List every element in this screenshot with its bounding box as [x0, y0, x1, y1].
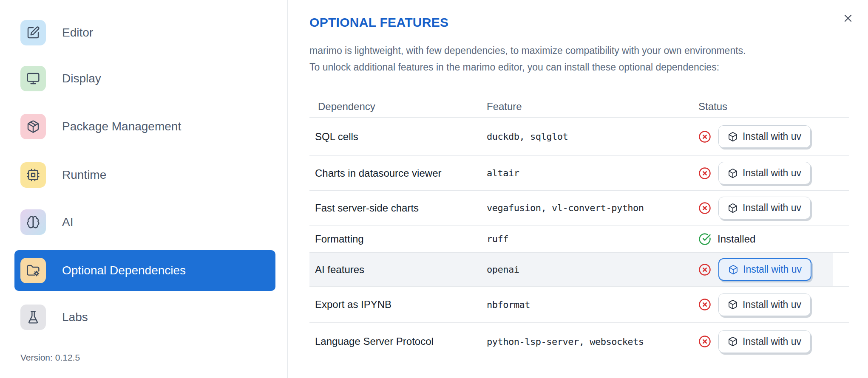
sidebar-item-package-management[interactable]: Package Management: [20, 114, 181, 139]
table-row: Export as IPYNB nbformat: [309, 287, 849, 323]
sidebar-item-label: Editor: [62, 26, 93, 39]
feature-cell: openai: [482, 264, 694, 275]
feature-cell: ruff: [482, 234, 694, 244]
sidebar-item-editor[interactable]: Editor: [20, 20, 93, 45]
status-missing-icon: [698, 202, 711, 214]
sidebar-item-labs[interactable]: Labs: [20, 305, 88, 330]
dependencies-table: Dependency Feature Status SQL cells duck…: [309, 96, 849, 360]
status-cell: Installed: [694, 233, 849, 245]
dependency-cell: Language Server Protocol: [309, 336, 482, 347]
dependency-cell: SQL cells: [309, 131, 482, 143]
feature-cell: duckdb, sqlglot: [482, 131, 694, 142]
sidebar-item-display[interactable]: Display: [20, 66, 101, 91]
dependency-cell: Fast server-side charts: [309, 202, 482, 214]
install-with-uv-button[interactable]: Install with uv: [718, 293, 811, 316]
column-header-status: Status: [694, 101, 849, 113]
package-cube-icon: [728, 203, 738, 213]
table-row: Charts in datasource viewer altair: [309, 156, 849, 191]
page-title: OPTIONAL FEATURES: [309, 15, 448, 30]
table-row: SQL cells duckdb, sqlglot: [309, 118, 849, 156]
package-cube-icon: [728, 265, 738, 275]
description-line-2: To unlock additional features in the mar…: [309, 59, 849, 76]
install-button-label: Install with uv: [743, 202, 801, 214]
sidebar-item-label: Package Management: [62, 120, 181, 133]
install-with-uv-button[interactable]: Install with uv: [718, 330, 811, 353]
sidebar-item-ai[interactable]: AI: [20, 209, 73, 235]
install-button-label: Install with uv: [743, 167, 801, 179]
settings-sidebar: Editor Display Package Management: [0, 0, 288, 378]
flask-icon: [20, 305, 46, 330]
install-button-label: Install with uv: [743, 264, 802, 275]
sidebar-item-optional-dependencies[interactable]: Optional Dependencies: [14, 250, 275, 291]
sidebar-item-label: Runtime: [62, 168, 106, 182]
feature-cell: python-lsp-server, websockets: [482, 336, 694, 347]
status-cell: Install with uv: [694, 162, 849, 184]
sidebar-item-label: Optional Dependencies: [62, 264, 186, 277]
table-row: Language Server Protocol python-lsp-serv…: [309, 323, 849, 360]
status-cell: Install with uv: [694, 330, 849, 353]
folder-cog-icon: [20, 258, 46, 283]
sidebar-item-runtime[interactable]: Runtime: [20, 162, 106, 188]
dependency-cell: Export as IPYNB: [309, 299, 482, 310]
install-button-label: Install with uv: [743, 299, 801, 310]
dependency-cell: AI features: [309, 264, 482, 276]
table-row: Formatting ruff Installed: [309, 226, 849, 253]
panel-description: marimo is lightweight, with few dependen…: [309, 42, 849, 76]
edit-icon: [20, 20, 46, 45]
status-cell: Install with uv: [694, 197, 849, 219]
package-cube-icon: [728, 168, 738, 178]
status-missing-icon: [698, 263, 711, 276]
column-header-dependency: Dependency: [309, 101, 482, 113]
package-icon: [20, 114, 46, 139]
status-missing-icon: [698, 298, 711, 311]
status-installed-icon: [698, 233, 711, 245]
install-with-uv-button[interactable]: Install with uv: [718, 258, 811, 281]
install-button-label: Install with uv: [743, 336, 801, 347]
status-cell: Install with uv: [694, 258, 849, 281]
version-label: Version: 0.12.5: [20, 353, 80, 363]
package-cube-icon: [728, 299, 738, 310]
column-header-feature: Feature: [482, 101, 694, 113]
description-line-1: marimo is lightweight, with few dependen…: [309, 42, 849, 59]
status-cell: Install with uv: [694, 125, 849, 148]
feature-cell: vegafusion, vl-convert-python: [482, 203, 694, 213]
feature-cell: nbformat: [482, 299, 694, 310]
dependency-cell: Charts in datasource viewer: [309, 167, 482, 179]
package-cube-icon: [728, 132, 738, 142]
install-with-uv-button[interactable]: Install with uv: [718, 125, 811, 148]
monitor-icon: [20, 66, 46, 91]
cpu-icon: [20, 162, 46, 188]
status-missing-icon: [698, 130, 711, 143]
table-header-row: Dependency Feature Status: [309, 96, 849, 118]
status-missing-icon: [698, 335, 711, 348]
install-with-uv-button[interactable]: Install with uv: [718, 197, 811, 219]
package-cube-icon: [728, 336, 738, 347]
sidebar-item-label: Labs: [62, 310, 88, 324]
dependency-cell: Formatting: [309, 233, 482, 245]
installed-label: Installed: [718, 233, 755, 245]
status-cell: Install with uv: [694, 293, 849, 316]
settings-dialog: Editor Display Package Management: [0, 0, 868, 378]
install-with-uv-button[interactable]: Install with uv: [718, 162, 811, 184]
brain-icon: [20, 209, 46, 235]
optional-features-panel: OPTIONAL FEATURES marimo is lightweight,…: [288, 0, 868, 378]
sidebar-item-label: AI: [62, 215, 73, 229]
status-missing-icon: [698, 167, 711, 180]
install-button-label: Install with uv: [743, 131, 801, 142]
table-row: AI features openai: [309, 253, 849, 287]
sidebar-item-label: Display: [62, 72, 101, 85]
feature-cell: altair: [482, 168, 694, 178]
table-row: Fast server-side charts vegafusion, vl-c…: [309, 191, 849, 226]
close-icon[interactable]: [841, 11, 855, 25]
